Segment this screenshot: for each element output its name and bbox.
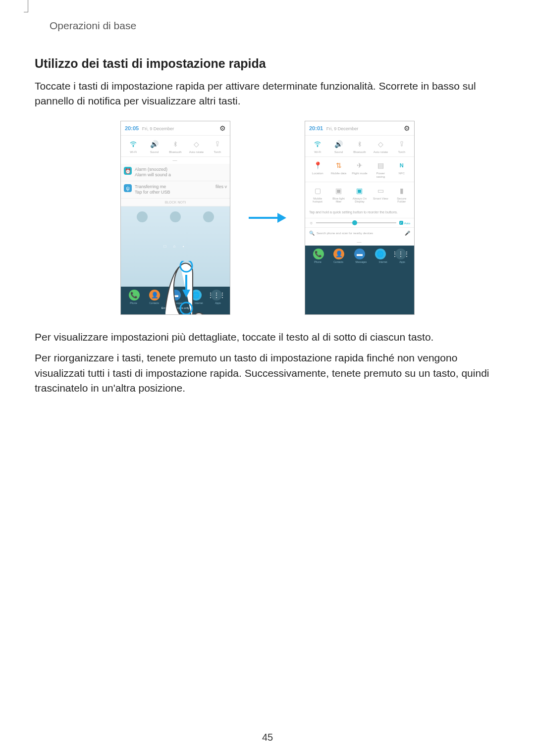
quick-toggle-labels-1: Wi-Fi Sound Bluetooth Auto rotate Torch: [121, 151, 230, 157]
sound-icon[interactable]: 🔊: [330, 139, 347, 150]
toggle-label[interactable]: Bluetooth: [167, 151, 184, 154]
drag-handle-icon[interactable]: —: [305, 239, 414, 246]
phone-app-icon[interactable]: 📞: [313, 249, 324, 259]
toggle-label[interactable]: Smart View: [372, 197, 389, 203]
usb-icon: ψ: [124, 184, 132, 192]
toggle-label[interactable]: Always On Display: [351, 197, 368, 203]
toggle-label[interactable]: Sound: [146, 151, 163, 154]
notification-item[interactable]: ⏰ Alarm (snoozed) Alarm will sound a: [121, 164, 230, 181]
dock: 📞 👤 ▬ 🌐 ⋮⋮⋮ Phone Contacts Messages Inte…: [305, 246, 414, 268]
phone-app-icon[interactable]: 📞: [129, 290, 140, 301]
paragraph-2: Per visualizzare impostazioni più dettag…: [35, 330, 500, 345]
svg-point-7: [318, 146, 318, 147]
section-heading: Utilizzo dei tasti di impostazione rapid…: [35, 56, 500, 71]
gear-icon[interactable]: ⚙: [404, 124, 410, 132]
toggle-label[interactable]: Blue light filter: [330, 197, 347, 203]
time-text: 20:05: [125, 125, 139, 131]
mobile-data-icon[interactable]: ⇅: [330, 160, 347, 171]
toggle-label[interactable]: Mobile hotspot: [309, 197, 326, 203]
messages-app-icon[interactable]: ▬: [354, 249, 365, 259]
time-text: 20:01: [309, 125, 323, 131]
date-text: Fri, 9 December: [326, 126, 359, 131]
mic-icon[interactable]: 🎤: [405, 231, 410, 236]
quick-toggle-row-2: 📍 ⇅ ✈ ▤ N: [305, 157, 414, 172]
always-on-display-icon[interactable]: ▣: [351, 185, 368, 196]
apps-drawer-icon[interactable]: ⋮⋮⋮: [395, 249, 406, 259]
notification-subtitle: Tap for other USB: [135, 190, 213, 195]
toggle-label[interactable]: Torch: [209, 151, 226, 154]
toggle-label[interactable]: Flight mode: [351, 172, 368, 178]
notification-right: files v: [215, 184, 227, 190]
svg-point-0: [133, 146, 134, 147]
bg-app-icon: [170, 211, 181, 222]
gear-icon[interactable]: ⚙: [219, 124, 226, 132]
smart-view-icon[interactable]: ▭: [372, 185, 389, 196]
power-saving-icon[interactable]: ▤: [372, 160, 389, 171]
wifi-icon[interactable]: [125, 139, 142, 150]
dock-label: Messages: [171, 302, 182, 304]
rotate-icon[interactable]: ◇: [372, 139, 389, 150]
corner-mark: [24, 0, 28, 12]
bluetooth-icon[interactable]: [351, 139, 368, 150]
toggle-label[interactable]: Auto rotate: [188, 151, 205, 154]
torch-icon[interactable]: [209, 139, 226, 150]
alarm-icon: ⏰: [124, 167, 132, 175]
block-notifications-label[interactable]: BLOCK NOTI: [121, 199, 230, 206]
secure-folder-icon[interactable]: ▮: [393, 185, 410, 196]
rotate-icon[interactable]: ◇: [188, 139, 205, 150]
breadcrumb: Operazioni di base: [50, 20, 500, 32]
dimmed-home-area: □ ⌂ • 📞 👤 ▬ 🌐 ⋮⋮⋮ Phone Contacts Message…: [121, 206, 230, 314]
dock-label: Phone: [130, 302, 137, 304]
toggle-label[interactable]: Torch: [393, 151, 410, 154]
auto-brightness-toggle[interactable]: ✓Auto: [399, 221, 410, 225]
toggle-label[interactable]: Location: [309, 172, 326, 178]
flight-mode-icon[interactable]: ✈: [351, 160, 368, 171]
brightness-slider[interactable]: [316, 222, 396, 223]
location-icon[interactable]: 📍: [309, 160, 326, 171]
quick-toggle-labels-1: Wi-Fi Sound Bluetooth Auto rotate Torch: [305, 151, 414, 157]
hotspot-icon[interactable]: ▢: [309, 185, 326, 196]
contacts-app-icon[interactable]: 👤: [333, 249, 344, 259]
toggle-label[interactable]: Wi-Fi: [309, 151, 326, 154]
internet-app-icon[interactable]: 🌐: [191, 290, 202, 301]
toggle-label[interactable]: Sound: [330, 151, 347, 154]
toggle-label[interactable]: Auto rotate: [372, 151, 389, 154]
apps-drawer-icon[interactable]: ⋮⋮⋮: [211, 290, 222, 301]
arrow-illustration: [245, 210, 290, 225]
quick-toggle-row-1: 🔊 ◇: [121, 136, 230, 151]
toggle-label[interactable]: Secure Folder: [393, 197, 410, 203]
panel-header: 20:05 Fri, 9 December ⚙: [121, 121, 230, 136]
quick-toggle-row-3: ▢ ▣ ▣ ▭ ▮: [305, 182, 414, 197]
toggle-label[interactable]: Bluetooth: [351, 151, 368, 154]
internet-app-icon[interactable]: 🌐: [375, 249, 386, 259]
contacts-app-icon[interactable]: 👤: [149, 290, 160, 301]
search-row[interactable]: 🔍 Search phone and scan for nearby devic…: [305, 228, 414, 239]
toggle-label[interactable]: Wi-Fi: [125, 151, 142, 154]
messages-app-icon[interactable]: ▬: [170, 290, 181, 301]
bg-app-icon: [137, 211, 148, 222]
dock-label: Apps: [399, 260, 405, 263]
page-indicator-icon: □ ⌂ •: [121, 244, 230, 249]
dock-label: Internet: [195, 302, 203, 304]
phone-screenshot-left: 20:05 Fri, 9 December ⚙ 🔊 ◇ Wi-Fi: [120, 121, 230, 315]
notification-title: Alarm (snoozed): [135, 167, 171, 172]
figure-row: 20:05 Fri, 9 December ⚙ 🔊 ◇ Wi-Fi: [35, 121, 500, 315]
blue-light-icon[interactable]: ▣: [330, 185, 347, 196]
toggle-label[interactable]: NFC: [393, 172, 410, 178]
bg-app-icon: [203, 211, 214, 222]
brightness-icon: ☼: [309, 220, 313, 225]
sound-icon[interactable]: 🔊: [146, 139, 163, 150]
drag-handle-icon[interactable]: —: [121, 157, 230, 164]
quick-toggle-labels-2: Location Mobile data Flight mode Power s…: [305, 172, 414, 182]
bluetooth-icon[interactable]: [167, 139, 184, 150]
intro-paragraph: Toccate i tasti di impostazione rapida p…: [35, 79, 500, 109]
torch-icon[interactable]: [393, 139, 410, 150]
search-icon: 🔍: [309, 231, 315, 236]
notification-item[interactable]: ψ Transferring me Tap for other USB file…: [121, 181, 230, 199]
toggle-label[interactable]: Mobile data: [330, 172, 347, 178]
toggle-label[interactable]: Power saving: [372, 172, 389, 178]
date-text: Fri, 9 December: [142, 126, 174, 131]
wifi-icon[interactable]: [309, 139, 326, 150]
dock-label: Phone: [314, 260, 321, 263]
nfc-icon[interactable]: N: [393, 160, 410, 171]
